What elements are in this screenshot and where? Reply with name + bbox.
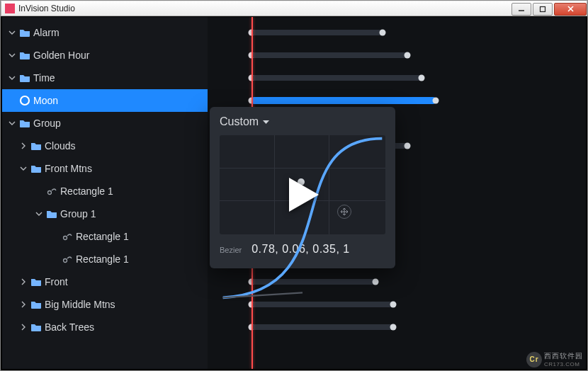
svg-point-4 (21, 96, 29, 105)
layer-row[interactable]: Rectangle 1 (2, 248, 208, 270)
circle-shape-icon (18, 94, 32, 107)
layer-label: Alarm (33, 27, 60, 38)
layer-row[interactable]: Group 1 (2, 202, 208, 225)
folder-icon (29, 277, 43, 287)
layer-label: Rectangle 1 (76, 231, 129, 242)
maximize-button[interactable] (533, 3, 553, 16)
timeline-bar[interactable] (251, 30, 383, 35)
layer-label: Golden Hour (33, 50, 89, 61)
timeline-bar[interactable] (251, 97, 436, 104)
folder-icon (29, 299, 43, 309)
timeline-bar[interactable] (251, 324, 393, 330)
app-favicon (5, 4, 15, 13)
layer-row[interactable]: Alarm (2, 21, 208, 44)
chevron-down-icon (9, 74, 16, 81)
chevron-down-icon (9, 29, 16, 36)
window-title-bar: InVision Studio (1, 1, 587, 16)
keyframe[interactable] (433, 98, 439, 104)
folder-icon (29, 322, 43, 332)
folder-icon (30, 277, 42, 287)
play-button[interactable] (281, 173, 323, 216)
folder-icon (30, 164, 42, 173)
easing-preset-label: Custom (220, 115, 259, 128)
layer-row[interactable]: Front Mtns (2, 157, 208, 180)
folder-icon (46, 209, 57, 219)
timeline-bar[interactable] (251, 75, 422, 81)
chevron-right-icon (20, 142, 27, 149)
layer-label: Group 1 (60, 208, 96, 219)
layer-row[interactable]: Time (2, 67, 208, 89)
chevron-right-icon (20, 301, 27, 308)
close-button[interactable] (554, 3, 587, 16)
folder-icon (30, 299, 42, 309)
layer-label: Group (33, 118, 61, 129)
chevron-right-icon (20, 324, 27, 331)
expand-toggle[interactable] (18, 142, 29, 149)
folder-icon (18, 118, 32, 128)
keyframe[interactable] (380, 30, 386, 36)
layer-row[interactable]: Clouds (2, 135, 208, 157)
layer-label: Rectangle 1 (76, 253, 129, 265)
shape-icon (62, 232, 73, 241)
bezier-handle-move[interactable] (337, 205, 351, 219)
chevron-right-icon (20, 278, 27, 285)
expand-toggle[interactable] (18, 324, 29, 331)
svg-marker-9 (289, 178, 319, 212)
shape-icon (60, 232, 74, 241)
expand-toggle[interactable] (33, 210, 45, 217)
folder-icon (19, 73, 30, 83)
layer-row[interactable]: Back Trees (2, 316, 208, 338)
layer-label: Rectangle 1 (60, 186, 113, 197)
layer-tree-panel: AlarmGolden HourTimeMoonGroupCloudsFront… (2, 17, 208, 369)
layer-row[interactable]: Front (2, 270, 208, 293)
layer-label: Front Mtns (45, 163, 92, 174)
timeline-bar[interactable] (251, 302, 393, 307)
layer-label: Time (33, 72, 55, 84)
play-icon (281, 173, 323, 216)
minimize-button[interactable] (511, 3, 531, 16)
keyframe[interactable] (405, 143, 411, 149)
keyframe[interactable] (419, 75, 425, 81)
svg-rect-1 (541, 6, 545, 11)
folder-icon (19, 118, 30, 128)
folder-icon (30, 141, 42, 151)
circle-shape-icon (18, 94, 31, 107)
layer-row[interactable]: Big Middle Mtns (2, 293, 208, 316)
chevron-down-icon (9, 52, 16, 59)
layer-row[interactable]: Group (2, 112, 208, 135)
expand-toggle[interactable] (6, 120, 18, 127)
layer-label: Moon (33, 95, 58, 106)
layer-row[interactable]: Rectangle 1 (2, 225, 208, 248)
svg-point-7 (64, 259, 67, 263)
folder-icon (29, 141, 43, 151)
folder-icon (30, 322, 42, 332)
folder-icon (18, 50, 32, 60)
expand-toggle[interactable] (18, 301, 29, 308)
layer-label: Big Middle Mtns (45, 299, 115, 310)
watermark-text: 西西软件园 (544, 351, 583, 361)
svg-point-5 (48, 191, 52, 195)
expand-toggle[interactable] (6, 29, 18, 36)
keyframe[interactable] (390, 324, 397, 331)
folder-icon (19, 28, 30, 38)
expand-toggle[interactable] (6, 52, 18, 59)
chevron-down-icon (9, 120, 16, 127)
shape-icon (45, 186, 59, 196)
layer-label: Back Trees (45, 321, 94, 333)
layer-row[interactable]: Rectangle 1 (2, 180, 208, 202)
timeline-bar[interactable] (251, 52, 407, 58)
folder-icon (18, 28, 32, 38)
watermark-logo: Cr (526, 352, 542, 367)
chevron-down-icon (35, 210, 43, 217)
expand-toggle[interactable] (18, 278, 29, 285)
expand-toggle[interactable] (18, 165, 29, 172)
keyframe[interactable] (390, 302, 397, 308)
layer-label: Clouds (45, 140, 76, 152)
layer-row[interactable]: Moon (2, 89, 208, 112)
layer-row[interactable]: Golden Hour (2, 44, 208, 67)
keyframe[interactable] (405, 52, 411, 59)
easing-preset-dropdown[interactable]: Custom (220, 115, 385, 128)
window-title: InVision Studio (18, 4, 75, 13)
shape-icon (62, 254, 73, 264)
expand-toggle[interactable] (6, 74, 18, 81)
